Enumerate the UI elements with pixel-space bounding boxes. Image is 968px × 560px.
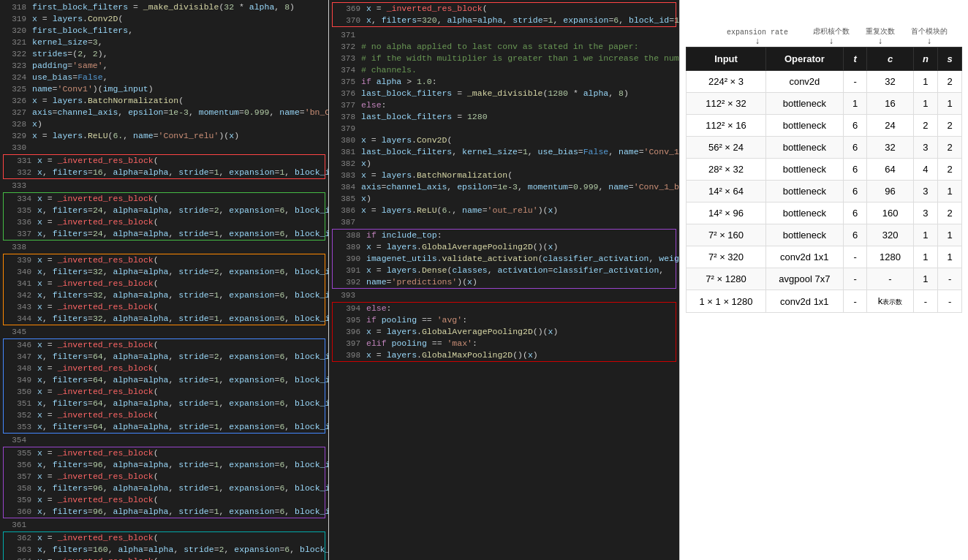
right-code-line-394: 394 else:	[334, 303, 674, 314]
cell-s: 1	[938, 246, 962, 268]
cell-c: k表示数	[867, 290, 913, 313]
cell-s: 1	[938, 93, 962, 115]
code-line-355: 355 x = _inverted_res_block(	[5, 447, 323, 459]
cell-t: -	[843, 268, 867, 290]
cell-operator: bottleneck	[766, 181, 844, 203]
right-code-line-398: 398 x = layers.GlobalMaxPooling2D()(x)	[334, 349, 674, 361]
annotation-row: expansion rate ↓ 虑积核个数 ↓ 重复次数 ↓ 首个模块的 ↓	[686, 3, 962, 47]
right-code-line-396: 396 x = layers.GlobalAveragePooling2D()(…	[334, 326, 674, 338]
cell-c: 16	[867, 93, 913, 115]
cell-input: 7² × 1280	[687, 268, 766, 290]
cell-input: 112² × 16	[687, 115, 766, 137]
left-code-panel[interactable]: 318 first_block_filters = _make_divisibl…	[0, 0, 329, 560]
code-line-340: 340 x, filters=32, alpha=alpha, stride=2…	[5, 266, 323, 278]
table-row: 7² × 320conv2d 1x1-128011	[687, 246, 962, 268]
code-line-346: 346 x = _inverted_res_block(	[5, 339, 323, 351]
code-line-364: 364 x = _inverted_res_block(	[5, 556, 323, 560]
cell-c: 32	[867, 137, 913, 159]
right-code-line-385: 385 x)	[329, 193, 679, 205]
code-line-350: 350 x = _inverted_res_block(	[5, 386, 323, 398]
cell-operator: bottleneck	[766, 93, 844, 115]
code-line-330: 330	[0, 142, 328, 154]
code-line-356: 356 x, filters=96, alpha=alpha, stride=1…	[5, 459, 323, 471]
table-row: 112² × 16bottleneck62422	[687, 115, 962, 137]
code-line-321: 321 kernel_size=3,	[0, 37, 328, 48]
code-line-348: 348 x = _inverted_res_block(	[5, 363, 323, 374]
architecture-table: Input Operator t c n s 224² × 3conv2d-32…	[686, 47, 962, 313]
table-row: 112² × 32bottleneck11611	[687, 93, 962, 115]
code-line-320: 320 first_block_filters,	[0, 25, 328, 37]
right-code-line-370: 370 x, filters=320, alpha=alpha, stride=…	[334, 15, 674, 26]
code-line-319: 319 x = layers.Conv2D(	[0, 13, 328, 25]
col-c: c	[867, 48, 913, 71]
cell-c: -	[867, 268, 913, 290]
right-code-line-390: 390 imagenet_utils.validate_activation(c…	[334, 253, 674, 265]
cell-s: -	[938, 290, 962, 313]
cell-n: 1	[913, 71, 938, 93]
cell-t: -	[843, 71, 867, 93]
code-line-361: 361	[0, 519, 328, 531]
cell-t: 6	[843, 203, 867, 224]
cell-n: 3	[913, 181, 938, 203]
cell-t: -	[843, 246, 867, 268]
cell-input: 112² × 32	[687, 93, 766, 115]
code-line-344: 344 x, filters=32, alpha=alpha, stride=1…	[5, 313, 323, 325]
right-code-line-382: 382 x)	[329, 158, 679, 170]
table-row: 7² × 1280avgpool 7x7--1-	[687, 268, 962, 290]
code-line-338: 338	[0, 241, 328, 253]
cell-c: 32	[867, 71, 913, 93]
code-line-354: 354	[0, 434, 328, 446]
code-line-331: 331 x = _inverted_res_block(	[5, 155, 323, 167]
code-line-334: 334 x = _inverted_res_block(	[5, 193, 323, 205]
cell-operator: bottleneck	[766, 203, 844, 224]
cell-s: 2	[938, 159, 962, 181]
right-code-panel[interactable]: 369 x = _inverted_res_block( 370 x, filt…	[329, 0, 680, 560]
cell-t: 6	[843, 115, 867, 137]
code-line-323: 323 padding='same',	[0, 60, 328, 72]
cell-operator: bottleneck	[766, 159, 844, 181]
table-row: 56² × 24bottleneck63232	[687, 137, 962, 159]
cell-c: 24	[867, 115, 913, 137]
cell-c: 320	[867, 224, 913, 246]
right-code-line-375: 375 if alpha > 1.0:	[329, 76, 679, 88]
cell-input: 7² × 160	[687, 224, 766, 246]
code-line-342: 342 x, filters=32, alpha=alpha, stride=1…	[5, 290, 323, 301]
table-row: 14² × 96bottleneck616032	[687, 203, 962, 224]
right-code-line-392: 392 name='predictions')(x)	[334, 276, 674, 288]
code-line-359: 359 x = _inverted_res_block(	[5, 494, 323, 506]
code-line-353: 353 x, filters=64, alpha=alpha, stride=1…	[5, 421, 323, 433]
cell-input: 56² × 24	[687, 137, 766, 159]
code-line-339: 339 x = _inverted_res_block(	[5, 254, 323, 266]
table-row: 7² × 160bottleneck632011	[687, 224, 962, 246]
cell-n: 4	[913, 159, 938, 181]
code-line-326: 326 x = layers.BatchNormalization(	[0, 95, 328, 107]
cell-t: 1	[843, 93, 867, 115]
table-row: 1 × 1 × 1280conv2d 1x1-k表示数--	[687, 290, 962, 313]
cell-n: 3	[913, 137, 938, 159]
code-line-335: 335 x, filters=24, alpha=alpha, stride=2…	[5, 205, 323, 216]
col-n: n	[913, 48, 938, 71]
table-header-row: Input Operator t c n s	[687, 48, 962, 71]
right-code-line-376: 376 last_block_filters = _make_divisible…	[329, 88, 679, 99]
code-line-325: 325 name='Conv1')(img_input)	[0, 83, 328, 95]
code-line-352: 352 x = _inverted_res_block(	[5, 409, 323, 421]
col-s: s	[938, 48, 962, 71]
table-row: 224² × 3conv2d-3212	[687, 71, 962, 93]
code-line-343: 343 x = _inverted_res_block(	[5, 301, 323, 313]
right-code-line-379: 379	[329, 123, 679, 135]
cell-s: -	[938, 268, 962, 290]
cell-s: 2	[938, 71, 962, 93]
col-t: t	[843, 48, 867, 71]
right-code-line-377: 377 else:	[329, 99, 679, 111]
table-panel: expansion rate ↓ 虑积核个数 ↓ 重复次数 ↓ 首个模块的 ↓	[680, 0, 968, 560]
cell-operator: conv2d	[766, 71, 844, 93]
cell-n: 1	[913, 93, 938, 115]
code-line-328: 328 x)	[0, 118, 328, 130]
cell-c: 160	[867, 203, 913, 224]
col-operator: Operator	[766, 48, 844, 71]
table-row: 14² × 64bottleneck69631	[687, 181, 962, 203]
cell-t: -	[843, 290, 867, 313]
right-code-line-381: 381 last_block_filters, kernel_size=1, u…	[329, 146, 679, 158]
cell-s: 2	[938, 203, 962, 224]
right-code-line-378: 378 last_block_filters = 1280	[329, 111, 679, 123]
